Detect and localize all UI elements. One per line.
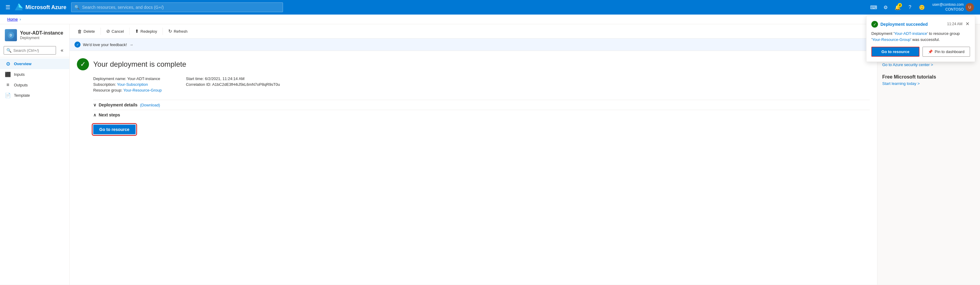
user-menu[interactable]: user@contoso.com CONTOSO U [930,1,976,13]
notifications-icon[interactable]: 🔔 2 [892,2,903,13]
notification-close-icon[interactable]: ✕ [965,21,970,27]
notification-go-to-resource-button[interactable]: Go to resource [871,47,920,57]
notification-actions: Go to resource 📌 Pin to dashboard [871,47,970,57]
cloud-shell-icon[interactable]: ⌨ [868,2,879,13]
feedback-icon: ✓ [75,42,81,48]
deployment-name-line: Deployment name: Your-ADT-instance [93,77,162,81]
app-logo: Microsoft Azure [14,3,66,11]
question-symbol: ? [908,5,911,10]
sidebar-item-template[interactable]: 📄 Template [0,90,69,101]
tutorials-link[interactable]: Start learning today > [882,81,920,86]
global-search[interactable]: 🔍 [71,2,283,12]
deployment-name-label: Deployment name: [93,77,126,81]
feedback-icon[interactable]: 🙂 [916,2,928,13]
cancel-label: Cancel [112,29,124,34]
toolbar-sep-3 [162,27,163,35]
refresh-button[interactable]: ↻ Refresh [165,27,191,36]
next-steps-content: Go to resource [93,125,870,134]
search-icon: 🔍 [75,5,80,10]
chevron-down-icon: ∨ [93,102,96,107]
sidebar-search-input[interactable] [13,48,53,53]
resource-group-link[interactable]: Your-Resource-Group [124,88,162,93]
resource-group-label: Resource group: [93,88,122,93]
sidebar-item-outputs[interactable]: ≡ Outputs [0,80,69,90]
notification-title-row: ✓ Deployment succeeded [871,21,928,27]
sidebar-resource-title: Your-ADT-instance [20,30,63,36]
delete-icon: 🗑 [78,29,82,34]
feedback-bar[interactable]: ✓ We'd love your feedback! → [70,38,877,51]
correlation-id-label: Correlation ID: [186,82,211,87]
outputs-icon: ≡ [5,82,11,88]
app-name: Microsoft Azure [25,4,66,11]
breadcrumb: Home › [0,14,980,24]
sidebar-resource-type: Deployment [20,36,63,40]
top-navigation: ☰ Microsoft Azure 🔍 ⌨ ⚙ 🔔 2 ? 🙂 [0,0,980,14]
notification-header: ✓ Deployment succeeded 11:24 AM ✕ [871,21,970,27]
deployment-name-val: Your-ADT-instance [127,77,161,81]
cancel-button[interactable]: ⊘ Cancel [103,27,127,36]
content-wrapper: D Your-ADT-instance Deployment 🔍 « ⊙ Ove… [0,24,980,285]
delete-label: Delete [84,29,95,34]
hamburger-menu[interactable]: ☰ [4,2,12,13]
subscription-link[interactable]: Your-Subscription [117,82,148,87]
redeploy-label: Redeploy [140,29,157,34]
subscription-line: Subscription: Your-Subscription [93,82,162,87]
main-toolbar: 🗑 Delete ⊘ Cancel ⬆ Redeploy ↻ Refresh [70,24,877,38]
inputs-icon: ⬛ [5,72,11,77]
notif-group-link[interactable]: Your-Resource-Group [872,37,910,42]
sidebar-item-inputs[interactable]: ⬛ Inputs [0,69,69,80]
sidebar-item-inputs-label: Inputs [14,72,24,77]
portal-settings-icon[interactable]: ⚙ [880,2,891,13]
breadcrumb-home[interactable]: Home [7,17,18,21]
user-org: CONTOSO [932,7,964,12]
smiley-symbol: 🙂 [919,5,925,10]
download-link[interactable]: (Download) [140,103,160,107]
deployment-success-icon: ✓ [77,58,89,70]
resource-icon: D [5,29,17,41]
notification-badge: 2 [898,3,902,7]
notif-body-suffix: ' was successful. [910,37,940,42]
search-input[interactable] [82,5,280,10]
sidebar-search-wrap: 🔍 « [0,44,69,57]
main-content-area: 🗑 Delete ⊘ Cancel ⬆ Redeploy ↻ Refresh ✓… [70,24,877,285]
start-time-line: Start time: 6/2/2021, 11:24:14 AM [186,77,280,81]
refresh-icon: ↻ [168,29,172,34]
go-to-resource-button[interactable]: Go to resource [93,125,135,134]
sidebar-item-overview-label: Overview [14,62,32,66]
notification-title[interactable]: Deployment succeeded [880,22,928,27]
cancel-icon: ⊘ [106,29,110,34]
notif-instance-link[interactable]: Your-ADT-instance [894,31,927,36]
deployment-col-right: Start time: 6/2/2021, 11:24:14 AM Correl… [186,77,280,94]
sidebar-item-template-label: Template [14,93,30,98]
deployment-details-section[interactable]: ∨ Deployment details (Download) [93,100,870,110]
feedback-arrow: → [129,42,133,47]
settings-symbol: ⚙ [883,5,888,10]
notification-pin-button[interactable]: 📌 Pin to dashboard [923,47,970,57]
subscription-label: Subscription: [93,82,116,87]
pin-label: Pin to dashboard [935,50,964,54]
next-steps-section[interactable]: ∧ Next steps [93,110,870,120]
delete-button[interactable]: 🗑 Delete [75,27,98,36]
tutorials-section: Free Microsoft tutorials Start learning … [882,74,975,86]
overview-icon: ⊙ [5,61,11,67]
breadcrumb-separator: › [20,17,21,21]
chevron-up-icon: ∧ [93,112,96,117]
help-icon[interactable]: ? [904,2,915,13]
security-center-link[interactable]: Go to Azure security center > [882,62,933,67]
deployment-details-label: Deployment details [99,102,137,107]
redeploy-button[interactable]: ⬆ Redeploy [132,27,160,36]
refresh-label: Refresh [174,29,188,34]
deployment-detail-row-1: Deployment name: Your-ADT-instance Subsc… [93,77,870,94]
notification-success-icon: ✓ [871,21,878,27]
user-avatar: U [966,3,974,11]
sidebar-item-overview[interactable]: ⊙ Overview [0,59,69,69]
sidebar-item-outputs-label: Outputs [14,83,28,87]
right-panel: Security Center Secure your apps and inf… [877,24,980,285]
start-time-label: Start time: [186,77,204,81]
pin-icon: 📌 [928,50,933,54]
sidebar-collapse-button[interactable]: « [59,47,66,54]
adt-icon: D [7,31,15,39]
sidebar-search[interactable]: 🔍 [4,46,56,54]
azure-logo-icon [14,3,23,11]
notif-body-prefix: Deployment ' [871,31,894,36]
